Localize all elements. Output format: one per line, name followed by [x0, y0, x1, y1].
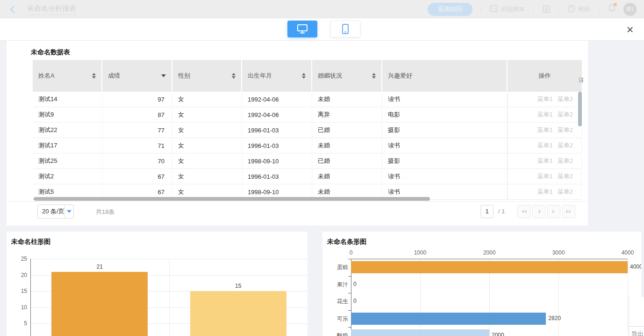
mobile-icon [341, 23, 350, 35]
close-icon[interactable]: × [623, 22, 637, 37]
x-tick-label: 1000 [411, 249, 429, 256]
cell-marital: 已婚 [312, 153, 382, 168]
cell-gender: 女 [172, 169, 242, 184]
code-icon [490, 5, 498, 14]
row-action-link[interactable]: 菜单1 [537, 126, 553, 134]
cell-birth: 1996-01-03 [242, 123, 312, 138]
sort-icon[interactable] [232, 73, 236, 79]
cell-hobby: 电影 [382, 107, 508, 122]
gridline [628, 259, 628, 336]
column-header-label: 性别 [178, 72, 190, 80]
column-header[interactable]: 姓名A [33, 60, 102, 92]
cell-name: 测试14 [33, 92, 102, 107]
avatar[interactable]: 谭1 [623, 3, 637, 16]
cell-marital: 已婚 [312, 123, 382, 138]
bar-value-label: 4000 [630, 263, 641, 270]
x-axis-line [348, 259, 628, 259]
row-action-link[interactable]: 菜单2 [558, 172, 573, 181]
h-bar[interactable] [351, 261, 628, 273]
row-action-link[interactable]: 菜单1 [537, 141, 553, 150]
page-number-input[interactable]: 1 [480, 205, 494, 218]
cell-actions: 菜单1菜单2 [508, 169, 582, 184]
cell-birth: 1992-04-06 [242, 107, 312, 122]
h-bar[interactable] [351, 313, 546, 325]
row-action-link[interactable]: 菜单2 [558, 141, 573, 150]
sort-icon[interactable] [92, 73, 96, 79]
y-tick-label: 5 [13, 320, 27, 327]
cell-marital: 离异 [312, 107, 382, 122]
row-action-link[interactable]: 菜单2 [558, 126, 573, 134]
back-icon[interactable] [8, 5, 18, 14]
sort-icon[interactable] [302, 73, 306, 79]
total-count-label: 共18条 [96, 208, 114, 216]
cell-gender: 女 [172, 138, 242, 153]
svg-text:?: ? [570, 6, 573, 11]
contacts-icon[interactable] [542, 5, 550, 13]
column-header[interactable]: 婚姻状况 [312, 60, 382, 92]
last-page-button[interactable] [562, 205, 575, 218]
topbar: 未命名分析报表 应用访问 后端脚本 ? [0, 0, 644, 18]
sort-icon[interactable] [372, 73, 376, 79]
x-tick-label: 0 [342, 249, 360, 256]
y-tick-label: 25 [13, 256, 27, 262]
x-tick-label: 2000 [480, 249, 499, 256]
y-tick-label: 20 [13, 272, 27, 278]
report-canvas: 未命名数据表 姓名A成绩性别出生年月婚姻状况兴趣爱好操作 测试1497女1992… [0, 41, 644, 336]
category-label: 可乐 [326, 315, 348, 323]
page-size-select[interactable]: 20 条/页 [37, 205, 74, 219]
column-bar[interactable] [190, 291, 286, 336]
category-label: 果汁 [326, 281, 348, 289]
row-action-link[interactable]: 菜单2 [558, 95, 573, 103]
prev-page-button[interactable] [532, 205, 545, 218]
vertical-scrollbar[interactable] [578, 92, 582, 126]
notification-dot [614, 3, 617, 6]
column-header[interactable]: 兴趣爱好 [382, 60, 508, 92]
data-table: 姓名A成绩性别出生年月婚姻状况兴趣爱好操作 测试1497女1992-04-06未… [33, 60, 582, 200]
cell-gender: 女 [172, 107, 242, 122]
help-button[interactable]: ? 帮助 [567, 5, 590, 14]
column-bar[interactable] [51, 272, 148, 336]
bar-value-label: 15 [190, 283, 286, 289]
row-action-link[interactable]: 菜单2 [558, 157, 573, 165]
cell-actions: 菜单1菜单2 [508, 107, 582, 122]
bar-value-label: 2000 [492, 332, 504, 336]
row-action-link[interactable]: 菜单2 [558, 110, 573, 119]
cell-actions: 菜单1菜单2 [508, 138, 582, 153]
horizontal-scrollbar[interactable] [34, 197, 430, 201]
h-bar[interactable] [351, 329, 489, 336]
notifications-button[interactable] [608, 4, 616, 15]
row-action-link[interactable]: 菜单1 [537, 95, 553, 103]
divider [481, 6, 481, 13]
first-page-icon [521, 209, 527, 214]
sort-desc-icon[interactable] [161, 74, 166, 77]
column-header-label: 出生年月 [248, 72, 272, 80]
report-title[interactable]: 未命名分析报表 [27, 4, 76, 15]
row-action-link[interactable]: 菜单1 [537, 110, 553, 119]
cell-actions: 菜单1菜单2 [508, 123, 582, 138]
row-action-link[interactable]: 菜单1 [537, 157, 553, 165]
preview-toolbar: × [0, 18, 644, 41]
backend-script-button[interactable]: 后端脚本 [490, 5, 525, 14]
cell-birth: 1992-04-06 [242, 92, 312, 107]
cell-name: 测试9 [33, 107, 102, 122]
column-header[interactable]: 操作 [508, 60, 582, 92]
app-access-button[interactable]: 应用访问 [428, 3, 472, 16]
cell-actions: 菜单1菜单2 [508, 92, 582, 107]
column-header[interactable]: 出生年月 [242, 60, 312, 92]
column-header[interactable]: 性别 [172, 60, 242, 92]
column-header-label: 姓名A [38, 72, 55, 80]
column-header[interactable]: 成绩 [102, 60, 172, 92]
first-page-button[interactable] [517, 205, 530, 218]
corner-panel-button[interactable]: 导出 [629, 326, 644, 336]
next-page-button[interactable] [547, 205, 560, 218]
pagination-bar: 20 条/页 共18条 1 / 1 [7, 201, 588, 221]
axis-tick [348, 310, 351, 311]
cell-gender: 女 [172, 153, 242, 168]
row-action-link[interactable]: 菜单1 [537, 188, 553, 196]
desktop-view-button[interactable] [287, 21, 317, 37]
column-chart-title: 未命名柱形图 [11, 238, 50, 246]
cell-name: 测试25 [33, 153, 102, 168]
row-action-link[interactable]: 菜单1 [537, 172, 553, 181]
row-action-link[interactable]: 菜单2 [558, 188, 573, 196]
mobile-view-button[interactable] [330, 21, 360, 37]
